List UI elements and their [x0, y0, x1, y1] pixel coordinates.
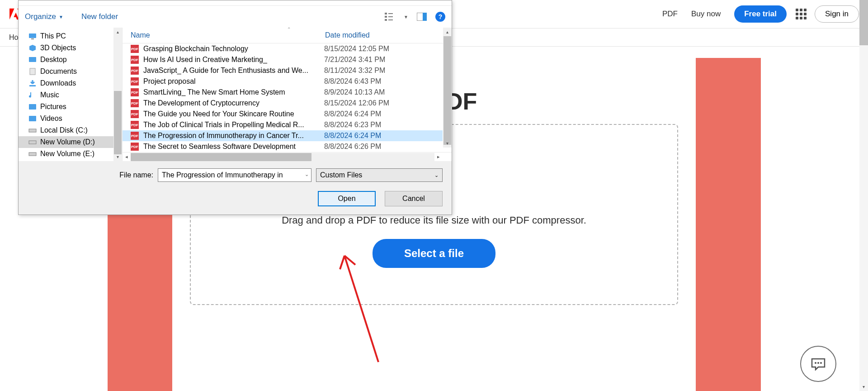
action-buttons-row: Open Cancel — [28, 191, 443, 206]
page-scrollbar-thumb[interactable] — [859, 0, 868, 45]
file-name: JavaScript_ A Guide for Tech Enthusiasts… — [143, 67, 324, 75]
view-caret-icon[interactable]: ▼ — [404, 14, 408, 19]
nav-music[interactable]: Music — [19, 89, 122, 101]
nav-link-buy-now[interactable]: Buy now — [691, 10, 721, 19]
svg-rect-15 — [29, 129, 36, 132]
file-name: The Guide you Need for Your Skincare Rou… — [143, 110, 324, 118]
file-date: 8/8/2024 6:24 PM — [324, 110, 381, 118]
file-name: Grasping Blockchain Technology — [143, 45, 324, 53]
file-date: 8/15/2024 12:05 PM — [324, 45, 389, 53]
organize-menu[interactable]: Organize ▼ — [25, 12, 63, 21]
file-row[interactable]: PDFThe Development of Cryptocurrency8/15… — [123, 98, 443, 109]
file-list: PDFGrasping Blockchain Technology8/15/20… — [123, 43, 452, 152]
svg-rect-17 — [29, 153, 36, 156]
sort-indicator-icon: ⌃ — [287, 27, 291, 32]
file-row[interactable]: PDFThe Job of Clinical Trials in Propell… — [123, 119, 443, 130]
file-list-h-scrollbar[interactable]: ◂ ▸ — [123, 152, 452, 161]
nav-label: Documents — [40, 67, 77, 76]
page-scrollbar[interactable]: ▾ — [859, 0, 868, 391]
file-date: 8/15/2024 12:06 PM — [324, 99, 389, 107]
file-date: 8/8/2024 6:26 PM — [324, 143, 381, 151]
sign-in-button[interactable]: Sign in — [815, 5, 859, 23]
nav-scrollbar[interactable]: ▴ ▾ — [113, 28, 122, 161]
file-row[interactable]: PDFProject proposal8/8/2024 6:43 PM — [123, 76, 443, 87]
chat-icon — [810, 357, 826, 371]
page-scrollbar-down[interactable]: ▾ — [859, 382, 868, 391]
nav-link-pdf[interactable]: PDF — [662, 10, 678, 19]
file-scroll-down[interactable]: ▾ — [443, 139, 452, 148]
pdf-icon: PDF — [131, 110, 139, 118]
svg-rect-10 — [29, 57, 36, 62]
nav-volume-e[interactable]: New Volume (E:) — [19, 148, 122, 160]
view-options-button[interactable] — [384, 11, 396, 23]
nav-documents[interactable]: Documents — [19, 66, 122, 77]
nav-scroll-thumb[interactable] — [114, 91, 122, 154]
nav-volume-d[interactable]: New Volume (D:) — [19, 136, 122, 148]
svg-rect-16 — [29, 141, 36, 144]
svg-point-20 — [820, 362, 822, 364]
file-row[interactable]: PDFSmartLiving_ The New Smart Home Syste… — [123, 87, 443, 98]
column-headers: ⌃ Name Date modified — [123, 28, 452, 43]
h-scroll-left[interactable]: ◂ — [123, 154, 131, 160]
h-scroll-thumb[interactable] — [131, 153, 311, 161]
nav-label: Music — [40, 91, 59, 99]
top-links: PDF Buy now Free trial — [662, 5, 787, 23]
file-name: How Is AI Used in Creative Marketing_ — [143, 56, 324, 64]
h-scroll-right[interactable]: ▸ — [434, 154, 443, 160]
filetype-select[interactable]: Custom Files ⌄ — [316, 168, 443, 182]
file-row[interactable]: PDFHow Is AI Used in Creative Marketing_… — [123, 54, 443, 65]
svg-point-18 — [815, 362, 816, 364]
file-scroll-thumb[interactable] — [443, 36, 451, 145]
nav-this-pc[interactable]: This PC — [19, 30, 122, 42]
svg-rect-2 — [385, 19, 387, 21]
nav-label: New Volume (D:) — [40, 138, 95, 146]
svg-rect-0 — [385, 13, 387, 14]
file-row[interactable]: PDFThe Secret to Seamless Software Devel… — [123, 141, 443, 152]
nav-desktop[interactable]: Desktop — [19, 54, 122, 66]
column-header-name[interactable]: Name — [131, 31, 325, 39]
nav-pictures[interactable]: Pictures — [19, 101, 122, 113]
svg-rect-4 — [388, 16, 393, 17]
nav-scroll-up[interactable]: ▴ — [113, 28, 122, 36]
svg-rect-7 — [423, 13, 427, 21]
help-button[interactable]: ? — [435, 12, 445, 22]
file-row[interactable]: PDFThe Guide you Need for Your Skincare … — [123, 109, 443, 119]
file-list-pane: ⌃ Name Date modified PDFGrasping Blockch… — [123, 28, 452, 161]
videos-icon — [28, 115, 37, 122]
new-folder-button[interactable]: New folder — [81, 12, 118, 21]
chat-help-button[interactable] — [800, 346, 836, 382]
nav-label: Downloads — [40, 79, 76, 87]
file-date: 8/8/2024 6:43 PM — [324, 77, 381, 86]
nav-scroll-down[interactable]: ▾ — [113, 153, 122, 161]
pdf-icon: PDF — [131, 56, 139, 64]
nav-3d-objects[interactable]: 3D Objects — [19, 42, 122, 54]
open-button[interactable]: Open — [318, 191, 376, 206]
column-header-date[interactable]: Date modified — [325, 31, 452, 39]
pdf-icon: PDF — [131, 77, 139, 86]
svg-rect-14 — [29, 116, 36, 121]
caret-down-icon: ▼ — [59, 14, 63, 19]
file-scroll-up[interactable]: ▴ — [443, 28, 452, 36]
disk-icon — [28, 138, 37, 146]
nav-downloads[interactable]: Downloads — [19, 77, 122, 89]
h-scroll-track[interactable] — [131, 153, 434, 161]
nav-tree: This PC 3D Objects Desktop Documents Dow… — [19, 28, 122, 160]
preview-pane-button[interactable] — [415, 11, 428, 23]
cancel-button[interactable]: Cancel — [385, 191, 443, 206]
free-trial-button[interactable]: Free trial — [734, 5, 787, 23]
file-row-selected[interactable]: PDFThe Progression of Immunotherapy in C… — [123, 130, 443, 141]
file-row[interactable]: PDFJavaScript_ A Guide for Tech Enthusia… — [123, 65, 443, 76]
filename-input[interactable] — [158, 168, 311, 182]
nav-pane: This PC 3D Objects Desktop Documents Dow… — [19, 28, 123, 161]
file-list-v-scrollbar[interactable]: ▴ ▾ — [443, 28, 452, 148]
apps-grid-icon[interactable] — [796, 9, 807, 19]
svg-rect-12 — [29, 85, 36, 86]
dialog-address-bar-area — [19, 0, 452, 6]
file-name: SmartLiving_ The New Smart Home System — [143, 88, 324, 96]
nav-videos[interactable]: Videos — [19, 113, 122, 124]
nav-local-disk-c[interactable]: Local Disk (C:) — [19, 124, 122, 136]
svg-point-19 — [817, 362, 819, 364]
nav-label: Pictures — [40, 103, 66, 111]
select-file-button[interactable]: Select a file — [373, 239, 495, 268]
file-row[interactable]: PDFGrasping Blockchain Technology8/15/20… — [123, 43, 443, 54]
